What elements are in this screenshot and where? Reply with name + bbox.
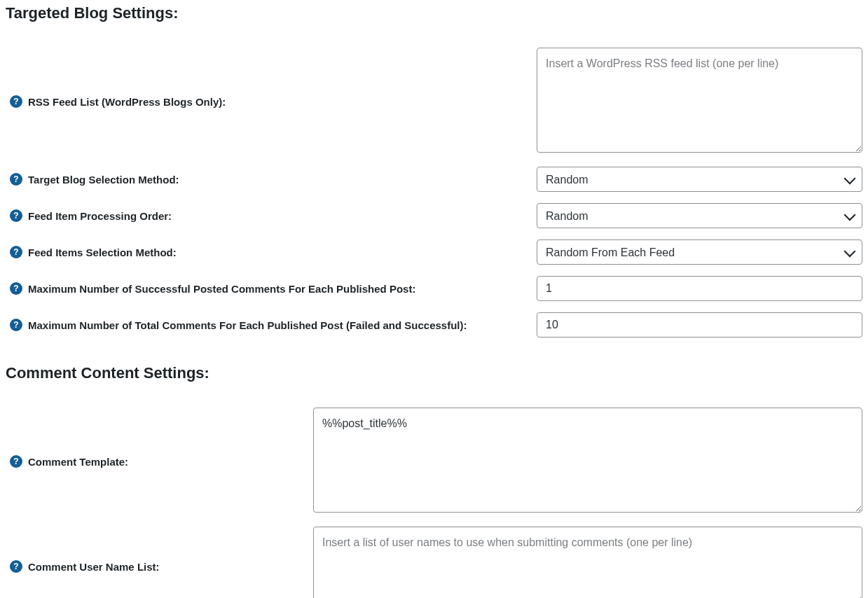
max-successful-label: Maximum Number of Successful Posted Comm… bbox=[28, 283, 415, 295]
help-icon[interactable] bbox=[10, 455, 22, 468]
max-successful-input[interactable] bbox=[537, 276, 862, 301]
comment-template-input[interactable] bbox=[313, 408, 862, 513]
rss-feed-list-label: RSS Feed List (WordPress Blogs Only): bbox=[28, 96, 226, 108]
comment-content-settings-heading: Comment Content Settings: bbox=[6, 364, 862, 382]
feed-items-selection-method-label: Feed Items Selection Method: bbox=[28, 246, 177, 258]
comment-user-name-list-input[interactable] bbox=[313, 527, 862, 598]
rss-feed-list-input[interactable] bbox=[537, 48, 862, 153]
feed-item-processing-order-select[interactable]: Random bbox=[537, 203, 862, 228]
targeted-blog-settings-heading: Targeted Blog Settings: bbox=[6, 4, 862, 22]
max-total-label: Maximum Number of Total Comments For Eac… bbox=[28, 319, 467, 331]
target-blog-selection-method-label: Target Blog Selection Method: bbox=[28, 174, 179, 186]
help-icon[interactable] bbox=[10, 319, 22, 331]
help-icon[interactable] bbox=[10, 95, 22, 108]
feed-item-processing-order-label: Feed Item Processing Order: bbox=[28, 210, 172, 222]
help-icon[interactable] bbox=[10, 282, 22, 295]
help-icon[interactable] bbox=[10, 209, 22, 222]
help-icon[interactable] bbox=[10, 246, 22, 258]
comment-user-name-list-label: Comment User Name List: bbox=[28, 561, 160, 573]
help-icon[interactable] bbox=[10, 173, 22, 186]
help-icon[interactable] bbox=[10, 560, 22, 573]
comment-content-settings-table: Comment Template: Comment User Name List… bbox=[6, 402, 862, 598]
targeted-settings-table: RSS Feed List (WordPress Blogs Only): Ta… bbox=[6, 42, 862, 343]
comment-template-label: Comment Template: bbox=[28, 456, 128, 468]
target-blog-selection-method-select[interactable]: Random bbox=[537, 167, 862, 192]
max-total-input[interactable] bbox=[537, 312, 862, 338]
feed-items-selection-method-select[interactable]: Random From Each Feed bbox=[537, 239, 862, 265]
